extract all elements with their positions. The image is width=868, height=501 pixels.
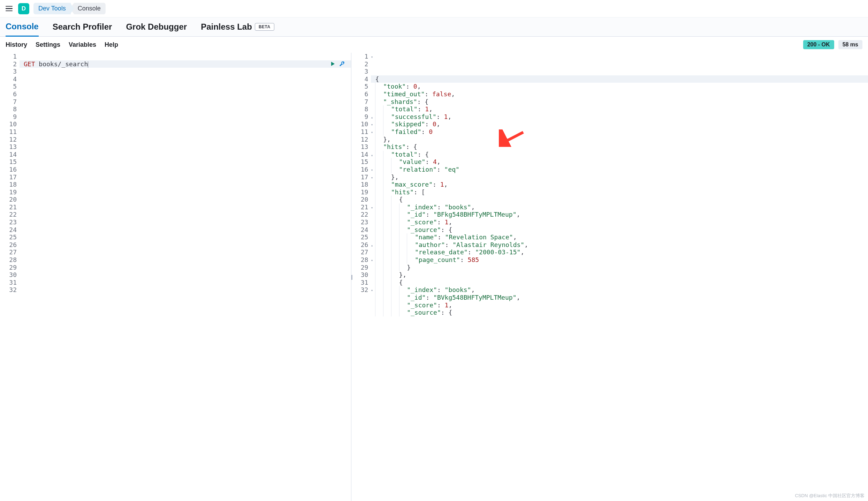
app-icon[interactable]: D [18, 3, 29, 14]
response-pane: 1▾234▾56789▴10▾11▾121314▴1516▾17▾1819202… [351, 53, 868, 501]
watermark-text: CSDN @Elastic 中国社区官方博客 [795, 493, 865, 499]
subbar: History Settings Variables Help 200 - OK… [0, 37, 868, 53]
topbar: D Dev Tools Console [0, 0, 868, 17]
breadcrumb-console[interactable]: Console [70, 3, 106, 14]
request-gutter: 1234567891011121314151617181920212223242… [0, 53, 20, 501]
response-gutter: 1▾234▾56789▴10▾11▾121314▴1516▾17▾1819202… [351, 53, 371, 501]
tab-grok-debugger[interactable]: Grok Debugger [126, 22, 187, 36]
breadcrumb-devtools[interactable]: Dev Tools [33, 3, 71, 14]
link-help[interactable]: Help [105, 41, 118, 48]
breadcrumb: Dev Tools Console [33, 3, 106, 14]
request-pane[interactable]: 1234567891011121314151617181920212223242… [0, 53, 351, 501]
tab-search-profiler[interactable]: Search Profiler [53, 22, 112, 36]
status-badge: 200 - OK [803, 40, 834, 49]
beta-badge: BETA [255, 23, 274, 31]
tab-painless-lab-label: Painless Lab [201, 22, 252, 32]
link-variables[interactable]: Variables [69, 41, 96, 48]
subbar-left: History Settings Variables Help [6, 41, 118, 48]
tab-console[interactable]: Console [6, 22, 39, 37]
request-editor[interactable]: GET books/_search [20, 53, 351, 501]
subbar-right: 200 - OK 58 ms [803, 40, 862, 49]
tab-painless-lab[interactable]: Painless Lab BETA [201, 22, 274, 36]
tabs-bar: Console Search Profiler Grok Debugger Pa… [0, 17, 868, 37]
wrench-icon[interactable] [339, 61, 345, 67]
response-viewer[interactable]: { "took": 0, "timed_out": false, "_shard… [371, 53, 868, 501]
menu-icon[interactable] [4, 4, 14, 14]
play-icon[interactable] [330, 61, 336, 67]
link-history[interactable]: History [6, 41, 27, 48]
link-settings[interactable]: Settings [36, 41, 60, 48]
editors-container: 1234567891011121314151617181920212223242… [0, 53, 868, 501]
response-time-badge: 58 ms [838, 40, 862, 49]
